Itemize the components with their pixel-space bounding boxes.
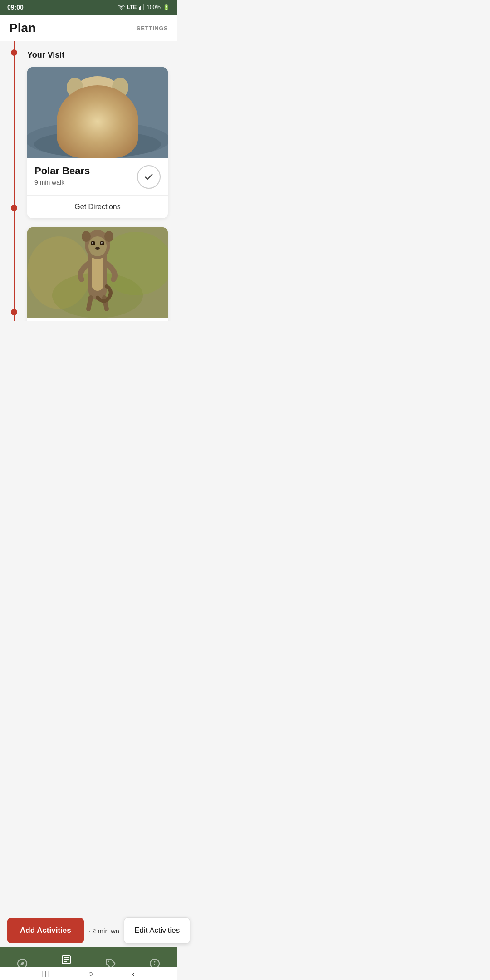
svg-rect-4 xyxy=(143,4,144,10)
signal-icon xyxy=(139,4,144,11)
svg-rect-1 xyxy=(139,7,140,10)
wifi-icon xyxy=(118,4,125,11)
timeline-section: Your Visit xyxy=(0,41,177,321)
timeline-dot-meerkat xyxy=(11,205,17,211)
svg-point-31 xyxy=(104,231,113,242)
timeline-line xyxy=(14,41,15,321)
polar-bears-text: Polar Bears 9 min walk xyxy=(34,165,90,186)
svg-point-14 xyxy=(67,78,83,98)
status-bar: 09:00 LTE 100% 🔋 xyxy=(0,0,177,15)
status-icons: LTE 100% 🔋 xyxy=(118,4,170,11)
main-content: Your Visit xyxy=(0,41,177,321)
svg-rect-22 xyxy=(92,255,103,291)
polar-bears-card: Polar Bears 9 min walk Get Directions xyxy=(27,67,168,218)
battery-text: 100% xyxy=(147,4,161,10)
meerkat-image xyxy=(27,227,168,318)
svg-point-30 xyxy=(82,231,91,242)
visit-section-label: Your Visit xyxy=(27,50,168,60)
polar-bears-directions[interactable]: Get Directions xyxy=(27,195,168,218)
svg-point-27 xyxy=(92,242,93,244)
polar-bears-walk: 9 min walk xyxy=(34,179,90,186)
svg-point-29 xyxy=(95,247,100,250)
settings-button[interactable]: SETTINGS xyxy=(137,25,168,32)
svg-point-0 xyxy=(121,9,122,10)
polar-bear-photo xyxy=(27,67,168,158)
header: Plan SETTINGS xyxy=(0,15,177,41)
battery-icon: 🔋 xyxy=(163,4,170,10)
svg-point-15 xyxy=(112,78,128,98)
status-time: 09:00 xyxy=(7,4,24,11)
polar-bears-name: Polar Bears xyxy=(34,165,90,177)
meerkat-card: Meerkat 2 min walk xyxy=(27,227,168,321)
page-title: Plan xyxy=(9,21,36,35)
timeline-dot-bottom xyxy=(11,309,17,315)
polar-bears-image xyxy=(27,67,168,158)
svg-rect-2 xyxy=(140,6,141,10)
meerkat-info: Meerkat 2 min walk xyxy=(27,318,168,321)
svg-point-10 xyxy=(79,106,116,128)
polar-bears-info: Polar Bears 9 min walk xyxy=(27,158,168,189)
svg-rect-3 xyxy=(142,5,142,10)
svg-point-8 xyxy=(57,101,138,158)
timeline-dot-visit xyxy=(11,49,17,56)
lte-label: LTE xyxy=(127,4,137,10)
svg-point-12 xyxy=(85,99,92,106)
svg-point-28 xyxy=(101,242,103,244)
polar-bears-check[interactable] xyxy=(137,165,161,189)
svg-point-11 xyxy=(88,118,107,129)
svg-point-13 xyxy=(103,99,110,106)
svg-point-7 xyxy=(34,131,161,158)
svg-point-24 xyxy=(88,236,107,256)
